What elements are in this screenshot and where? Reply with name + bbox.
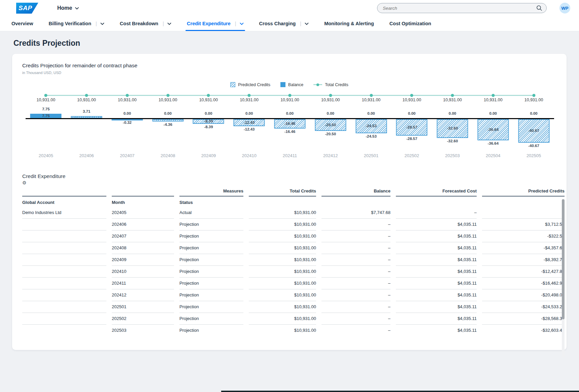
cell-status: Projection [179, 254, 243, 266]
cell-status: Projection [179, 325, 243, 336]
cell-status: Projection [179, 301, 243, 313]
cell-month: 202503 [112, 325, 174, 336]
cell-balance: – [321, 301, 390, 313]
header-spacer [22, 188, 106, 197]
header-spacer [249, 197, 316, 207]
bar-inside-label: -8.39 [204, 119, 213, 123]
cell-global-account [22, 278, 106, 289]
chevron-down-icon [240, 21, 244, 26]
nav-tab[interactable]: Overview | [11, 16, 33, 31]
table-scrollbar-thumb[interactable] [562, 199, 565, 319]
header-month[interactable]: Month [112, 197, 174, 207]
header-predicted-credits[interactable]: Predicted Credits [482, 188, 565, 197]
chart-bar[interactable]: 7.75 [30, 114, 62, 118]
cell-balance: – [321, 254, 390, 266]
table-row[interactable]: 202407 Projection $10,931.00 – $4,035.11… [22, 230, 565, 242]
chart-bar[interactable]: -8.39 [193, 119, 224, 124]
cell-balance: – [321, 266, 390, 278]
cell-status: Projection [179, 266, 243, 278]
cell-global-account: Demo Industries Ltd [22, 207, 106, 219]
chart-bar[interactable]: -12.43 [234, 119, 265, 126]
cell-month: 202406 [112, 219, 174, 230]
cell-month: 202411 [112, 278, 174, 289]
table-row[interactable]: 202502 Projection $10,931.00 – $4,035.11… [22, 313, 565, 325]
chart-bar[interactable]: -16.46 [274, 119, 305, 129]
table-title: Credit Expenditure [22, 173, 560, 179]
total-credits-label: 10,931.00 [432, 98, 473, 102]
nav-tab[interactable]: Billing Verification | [49, 16, 104, 31]
gear-icon[interactable]: ⚙ [22, 180, 560, 185]
table-row[interactable]: 202412 Projection $10,931.00 – $4,035.11… [22, 289, 565, 301]
table-row[interactable]: 202408 Projection $10,931.00 – $4,035.11… [22, 242, 565, 254]
category-label: 202407 [107, 153, 148, 158]
total-credits-point [370, 94, 373, 97]
bar-below-label: -0.32 [107, 120, 148, 124]
bar-above-label: 0.00 [107, 111, 148, 115]
chart-bar[interactable]: -40.67 [518, 119, 549, 143]
cell-global-account [22, 230, 106, 242]
avatar-initials: WP [561, 6, 569, 11]
tab-separator: | [300, 21, 301, 26]
cell-forecasted-cost: $4,035.11 [396, 242, 477, 254]
bar-above-label: 0.00 [351, 111, 391, 115]
header-global-account[interactable]: Global Account [22, 197, 106, 207]
cell-month: 202407 [112, 230, 174, 242]
chart-bar[interactable]: -36.64 [477, 119, 509, 140]
chart-bar[interactable] [152, 119, 183, 121]
nav-tab[interactable]: Credit Expenditure | [187, 16, 244, 31]
total-credits-point [207, 94, 210, 97]
table-row[interactable]: 202411 Projection $10,931.00 – $4,035.11… [22, 278, 565, 289]
header-status[interactable]: Status [179, 197, 243, 207]
user-avatar[interactable]: WP [559, 3, 570, 13]
table-header-measures-row: Measures Total Credits Balance Forecaste… [22, 188, 565, 197]
bar-inside-label: -28.57 [406, 126, 417, 130]
search-icon[interactable] [536, 5, 542, 12]
total-credits-point [166, 94, 169, 97]
legend-item[interactable]: Balance [280, 82, 303, 87]
nav-tab[interactable]: Cross Charging | [259, 16, 309, 31]
home-menu-button[interactable]: Home [57, 5, 79, 11]
legend-item[interactable]: Predicted Credits [230, 82, 270, 87]
total-credits-label: 10,931.00 [147, 98, 188, 102]
sap-logo[interactable]: SAP [16, 3, 38, 14]
bar-inside-label: -16.46 [284, 122, 296, 126]
table-row[interactable]: 202406 Projection $10,931.00 – $4,035.11… [22, 219, 565, 230]
chart-bar[interactable]: -24.53 [355, 119, 387, 133]
table-row[interactable]: 202409 Projection $10,931.00 – $4,035.11… [22, 254, 565, 266]
cell-status: Projection [179, 313, 243, 325]
table-row[interactable]: 202501 Projection $10,931.00 – $4,035.11… [22, 301, 565, 313]
nav-tab[interactable]: Cost Breakdown | [120, 16, 171, 31]
cell-forecasted-cost: $4,035.11 [396, 325, 477, 336]
header-measures: Measures [179, 188, 243, 197]
legend-swatch-icon [280, 82, 285, 87]
table-row[interactable]: 202410 Projection $10,931.00 – $4,035.11… [22, 266, 565, 278]
cell-forecasted-cost: $4,035.11 [396, 254, 477, 266]
cell-total-credits: $10,931.00 [249, 313, 316, 325]
nav-tab[interactable]: Cost Optimization | [389, 16, 431, 31]
cell-month: 202409 [112, 254, 174, 266]
category-label: 202502 [391, 153, 432, 158]
chart-bar[interactable]: -28.57 [396, 119, 428, 136]
search-input[interactable] [377, 3, 547, 13]
chart-bar[interactable]: -32.60 [437, 119, 468, 138]
bar-below-label: -4.36 [147, 122, 188, 127]
cell-forecasted-cost: – [396, 207, 477, 219]
legend-item[interactable]: Total Credits [313, 82, 348, 87]
chevron-down-icon [167, 21, 171, 26]
header-spacer [396, 197, 477, 207]
table-row[interactable]: 202503 Projection $10,931.00 – $4,035.11… [22, 325, 565, 336]
header-balance[interactable]: Balance [321, 188, 390, 197]
cell-forecasted-cost: $4,035.11 [396, 219, 477, 230]
bar-above-label: 0.00 [147, 111, 188, 115]
cell-predicted-credits: -$28,568.31 [482, 313, 565, 325]
cell-forecasted-cost: $4,035.11 [396, 278, 477, 289]
tab-dropdown: | [298, 21, 309, 26]
header-total-credits[interactable]: Total Credits [249, 188, 316, 197]
bar-inside-label: 7.75 [42, 114, 49, 118]
header-forecasted-cost[interactable]: Forecasted Cost [396, 188, 477, 197]
chart-bar[interactable]: -20.50 [315, 119, 346, 131]
nav-tab[interactable]: Monitoring & Alerting | [324, 16, 374, 31]
category-label: 202409 [188, 153, 229, 158]
table-row[interactable]: Demo Industries Ltd 202405 Actual $10,93… [22, 207, 565, 219]
category-label: 202405 [26, 153, 66, 158]
